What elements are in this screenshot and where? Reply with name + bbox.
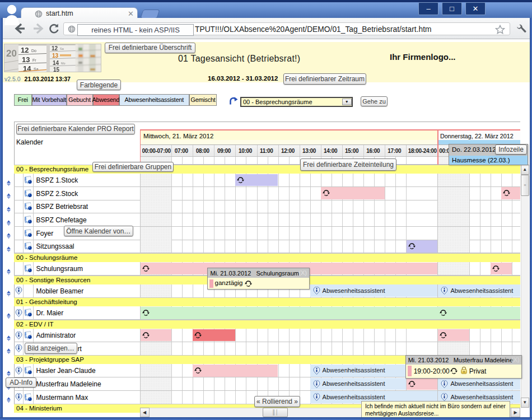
svg-text:12: 12 bbox=[21, 46, 29, 54]
svg-text:Sa: Sa bbox=[60, 47, 64, 50]
svg-text:20: 20 bbox=[6, 48, 17, 59]
svg-text:Do: Do bbox=[31, 49, 36, 53]
svg-text:14: 14 bbox=[53, 60, 59, 66]
svg-text:13: 13 bbox=[52, 53, 59, 59]
svg-text:Fr: Fr bbox=[32, 58, 36, 62]
svg-text:15: 15 bbox=[53, 67, 60, 72]
svg-text:12: 12 bbox=[52, 45, 58, 52]
svg-text:Mo: Mo bbox=[61, 62, 66, 65]
svg-text:13: 13 bbox=[22, 55, 30, 64]
